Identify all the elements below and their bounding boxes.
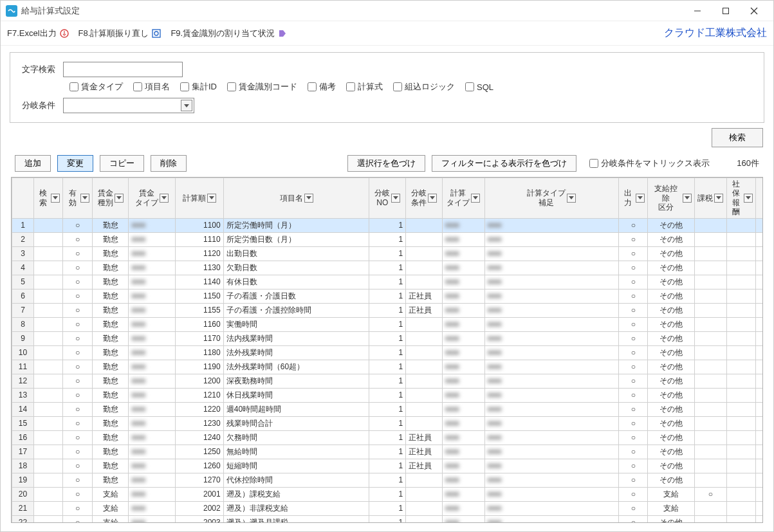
color-filtered-button[interactable]: フィルターによる表示行を色づけ [432, 155, 576, 172]
grid-scroll[interactable]: 検索有効賃金 種別賃金 タイプ計算順項目名分岐 NO分岐 条件計算 タイプ計算タ… [12, 178, 762, 522]
col-header-6[interactable]: 項目名 [223, 178, 369, 219]
filter-icon[interactable] [636, 194, 645, 203]
col-header-12[interactable]: 支給控除 区分 [648, 178, 695, 219]
add-button[interactable]: 追加 [15, 155, 51, 172]
cell [726, 402, 755, 416]
filter-check-input-4[interactable] [308, 82, 317, 91]
table-row[interactable]: 15○勤怠■■■1230残業時間合計1■■■■■■○その他 [12, 416, 763, 430]
filter-check-input-7[interactable] [465, 82, 474, 91]
filter-icon[interactable] [683, 194, 692, 203]
filter-icon[interactable] [391, 194, 400, 203]
table-row[interactable]: 11○勤怠■■■1190法外残業時間（60超）1■■■■■■○その他 [12, 360, 763, 374]
table-row[interactable]: 1○勤怠■■■1100所定労働時間（月）1■■■■■■○その他 [12, 218, 763, 232]
table-row[interactable]: 18○勤怠■■■1260短縮時間1正社員■■■■■■○その他 [12, 459, 763, 473]
filter-check-input-0[interactable] [69, 82, 78, 91]
filter-check-input-5[interactable] [346, 82, 355, 91]
col-header-7[interactable]: 分岐 NO [369, 178, 406, 219]
col-header-11[interactable]: 出力 [619, 178, 648, 219]
table-row[interactable]: 2○勤怠■■■1110所定労働日数（月）1■■■■■■○その他 [12, 232, 763, 246]
cell [756, 360, 762, 374]
filter-check-input-1[interactable] [133, 82, 142, 91]
col-header-4[interactable]: 賃金 タイプ [129, 178, 176, 219]
col-header-5[interactable]: 計算順 [175, 178, 223, 219]
search-button[interactable]: 検索 [712, 128, 763, 147]
filter-icon[interactable] [428, 194, 437, 203]
cell [726, 246, 755, 261]
col-header-label: 支給控除 区分 [650, 184, 681, 212]
filter-icon[interactable] [160, 194, 169, 203]
toolbar-f8-reorder[interactable]: F8.計算順振り直し [78, 28, 162, 39]
filter-check-2[interactable]: 集計ID [180, 81, 217, 93]
cell: 1270 [175, 473, 223, 487]
filter-icon[interactable] [304, 194, 313, 203]
copy-button[interactable]: コピー [100, 155, 144, 172]
branch-cond-combo[interactable] [63, 98, 194, 113]
delete-button[interactable]: 削除 [151, 155, 187, 172]
table-row[interactable]: 13○勤怠■■■1210休日残業時間1■■■■■■○その他 [12, 388, 763, 402]
color-selected-button[interactable]: 選択行を色づけ [347, 155, 425, 172]
filter-icon[interactable] [80, 194, 89, 203]
table-row[interactable]: 14○勤怠■■■1220週40時間超時間1■■■■■■○その他 [12, 402, 763, 416]
filter-check-5[interactable]: 計算式 [346, 81, 383, 93]
filter-check-1[interactable]: 項目名 [133, 81, 170, 93]
filter-icon[interactable] [744, 194, 753, 203]
filter-icon[interactable] [471, 194, 480, 203]
edit-button[interactable]: 変更 [57, 155, 93, 172]
table-row[interactable]: 6○勤怠■■■1150子の看護・介護日数1正社員■■■■■■○その他 [12, 289, 763, 303]
table-row[interactable]: 20○支給■■■2001遡及）課税支給1■■■■■■○支給○ [12, 487, 763, 501]
col-header-10[interactable]: 計算タイプ 補足 [484, 178, 619, 219]
filter-check-label: 組込ロジック [405, 81, 455, 93]
filter-icon[interactable] [567, 194, 576, 203]
col-header-14[interactable]: 社保 報酬 [726, 178, 755, 219]
table-row[interactable]: 4○勤怠■■■1130欠勤日数1■■■■■■○その他 [12, 261, 763, 275]
col-header-9[interactable]: 計算 タイプ [442, 178, 484, 219]
table-row[interactable]: 22○支給■■■2003遡及）遡及月課税1■■■■■■○その他 [12, 515, 763, 522]
filter-icon[interactable] [207, 194, 216, 203]
table-row[interactable]: 21○支給■■■2002遡及）非課税支給1■■■■■■○支給 [12, 501, 763, 515]
filter-check-0[interactable]: 賃金タイプ [69, 81, 123, 93]
col-header-15[interactable] [756, 178, 762, 219]
matrix-checkbox-input[interactable] [589, 159, 598, 168]
maximize-button[interactable] [712, 1, 740, 21]
cell: 休日残業時間 [223, 388, 369, 402]
minimize-button[interactable] [683, 1, 712, 21]
cell: ■■■ [129, 289, 176, 303]
filter-check-input-3[interactable] [227, 82, 236, 91]
text-search-input[interactable] [63, 62, 183, 77]
filter-check-6[interactable]: 組込ロジック [393, 81, 455, 93]
filter-icon[interactable] [115, 194, 124, 203]
filter-icon[interactable] [51, 194, 60, 203]
col-header-0[interactable] [12, 178, 34, 219]
table-row[interactable]: 5○勤怠■■■1140有休日数1■■■■■■○その他 [12, 275, 763, 289]
col-header-8[interactable]: 分岐 条件 [406, 178, 443, 219]
cell [726, 473, 755, 487]
col-header-3[interactable]: 賃金 種別 [92, 178, 129, 219]
col-header-2[interactable]: 有効 [63, 178, 92, 219]
filter-check-4[interactable]: 備考 [308, 81, 336, 93]
filter-check-input-6[interactable] [393, 82, 402, 91]
matrix-checkbox[interactable]: 分岐条件をマトリックス表示 [589, 158, 710, 169]
col-header-1[interactable]: 検索 [34, 178, 63, 219]
cell: ○ [63, 317, 92, 331]
cell [756, 289, 762, 303]
table-row[interactable]: 8○勤怠■■■1160実働時間1■■■■■■○その他 [12, 317, 763, 331]
cell [406, 515, 443, 522]
dropdown-icon [181, 100, 192, 111]
table-row[interactable]: 12○勤怠■■■1200深夜勤務時間1■■■■■■○その他 [12, 374, 763, 388]
filter-check-3[interactable]: 賃金識別コード [227, 81, 297, 93]
table-row[interactable]: 7○勤怠■■■1155子の看護・介護控除時間1正社員■■■■■■○その他 [12, 303, 763, 317]
table-row[interactable]: 9○勤怠■■■1170法内残業時間1■■■■■■○その他 [12, 331, 763, 345]
table-row[interactable]: 16○勤怠■■■1240欠務時間1正社員■■■■■■○その他 [12, 430, 763, 445]
col-header-label: 有効 [66, 188, 78, 207]
filter-check-7[interactable]: SQL [465, 82, 493, 92]
toolbar-f9-assignment[interactable]: F9.賃金識別の割り当て状況 [170, 28, 288, 39]
table-row[interactable]: 17○勤怠■■■1250無給時間1正社員■■■■■■○その他 [12, 445, 763, 459]
table-row[interactable]: 3○勤怠■■■1120出勤日数1■■■■■■○その他 [12, 246, 763, 261]
table-row[interactable]: 10○勤怠■■■1180法外残業時間1■■■■■■○その他 [12, 345, 763, 360]
filter-icon[interactable] [714, 194, 723, 203]
col-header-13[interactable]: 課税 [695, 178, 727, 219]
close-button[interactable] [740, 1, 768, 21]
toolbar-f7-excel[interactable]: F7.Excel出力 [7, 28, 69, 39]
filter-check-input-2[interactable] [180, 82, 189, 91]
table-row[interactable]: 19○勤怠■■■1270代休控除時間1■■■■■■○その他 [12, 473, 763, 487]
